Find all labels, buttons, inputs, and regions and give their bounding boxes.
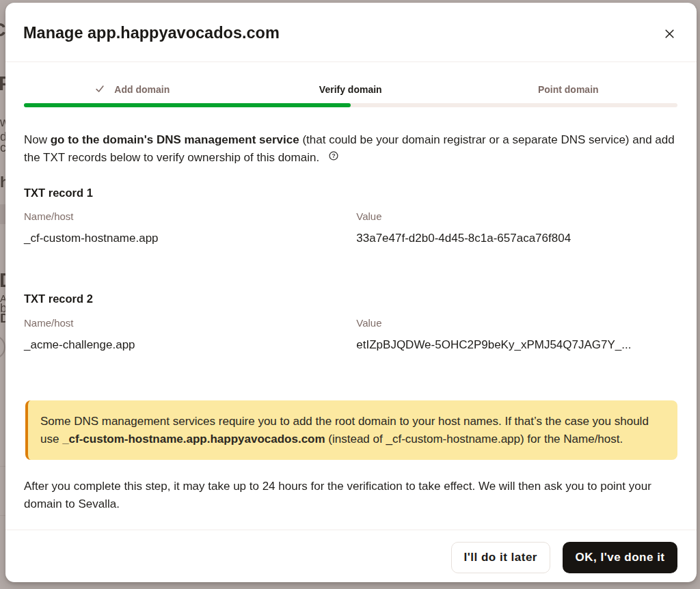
record-1-title: TXT record 1 bbox=[24, 186, 93, 200]
backdrop-circle-fragment bbox=[0, 335, 5, 359]
step-label: Point domain bbox=[538, 84, 599, 95]
record-2-name-label: Name/host bbox=[24, 317, 74, 329]
ok-done-button[interactable]: OK, I've done it bbox=[563, 542, 677, 573]
footer-divider bbox=[5, 530, 697, 530]
help-icon[interactable]: ? bbox=[329, 151, 338, 161]
intro-text: Now go to the domain's DNS management se… bbox=[24, 131, 684, 167]
progress-track bbox=[24, 103, 677, 107]
record-1-value-label: Value bbox=[356, 210, 381, 222]
record-2-title: TXT record 2 bbox=[24, 292, 93, 305]
record-1-value: 33a7e47f-d2b0-4d45-8c1a-657aca76f804 bbox=[356, 232, 571, 245]
header-divider bbox=[5, 61, 697, 62]
close-icon bbox=[665, 29, 674, 38]
record-2-value: etIZpBJQDWe-5OHC2P9beKy_xPMJ54Q7JAG7Y_..… bbox=[356, 338, 631, 352]
step-label: Add domain bbox=[114, 84, 170, 95]
footer-note: After you complete this step, it may tak… bbox=[24, 478, 684, 513]
backdrop-line-fragment bbox=[0, 515, 5, 516]
stepper-step-verify-domain: Verify domain bbox=[242, 83, 460, 96]
close-button[interactable] bbox=[658, 22, 682, 46]
check-icon bbox=[96, 85, 104, 93]
record-2-value-label: Value bbox=[356, 317, 381, 329]
backdrop-band-fragment bbox=[0, 204, 5, 224]
dialog-title: Manage app.happyavocados.com bbox=[23, 23, 280, 42]
record-1-name: _cf-custom-hostname.app bbox=[24, 232, 159, 245]
do-it-later-button[interactable]: I'll do it later bbox=[451, 542, 550, 573]
stepper-step-add-domain: Add domain bbox=[24, 83, 242, 96]
record-1-name-label: Name/host bbox=[24, 210, 74, 222]
stepper-step-point-domain: Point domain bbox=[459, 83, 677, 96]
record-2-name: _acme-challenge.app bbox=[24, 338, 135, 352]
svg-text:?: ? bbox=[332, 152, 335, 159]
warning-callout: Some DNS management services require you… bbox=[25, 400, 677, 460]
manage-domain-dialog: Manage app.happyavocados.com Add domain … bbox=[5, 3, 697, 582]
step-label: Verify domain bbox=[319, 84, 382, 95]
progress-fill bbox=[24, 103, 351, 107]
backdrop-line-fragment bbox=[0, 466, 5, 467]
